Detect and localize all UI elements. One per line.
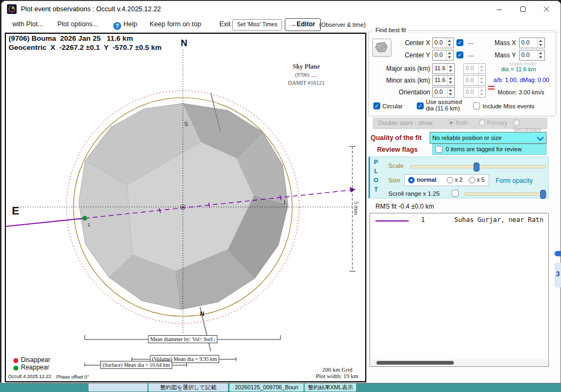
- scale-slider[interactable]: [410, 165, 546, 168]
- double-stars-label: Double stars - show: [378, 120, 433, 126]
- spinner-arrows-icon[interactable]: [446, 38, 453, 48]
- orientation-alt-spinner: 0.0: [463, 87, 486, 98]
- center-x-dashes: ---: [468, 39, 474, 47]
- opacity-slider[interactable]: [464, 193, 547, 196]
- chord-number-right: 1: [283, 199, 286, 205]
- menu-item-plot-options[interactable]: Plot options...: [57, 20, 98, 28]
- window-title: Plot event observations : Occult v.4.202…: [21, 5, 161, 13]
- orientation-label: Orientation: [369, 87, 430, 98]
- orientation-spinner[interactable]: 0.0: [432, 87, 455, 98]
- orientation-value: 0.0: [433, 87, 447, 97]
- major-axis-spinner[interactable]: 11.6: [432, 63, 455, 74]
- close-icon: [544, 6, 550, 12]
- quality-combobox[interactable]: No reliable position or size: [430, 132, 547, 144]
- center-x-spinner[interactable]: 0.0: [432, 38, 454, 48]
- plot-width-label: Plot width: 19 km: [316, 373, 358, 379]
- size-x5-label: x 5: [477, 176, 485, 183]
- spinner-arrows-icon[interactable]: [446, 50, 453, 60]
- primary-label: Primary: [487, 120, 507, 126]
- center-x-checkbox[interactable]: [456, 39, 463, 46]
- scale-label: Scale: [388, 162, 404, 169]
- sky-plane-block: Sky Plane (9706) ..... DAMIT #16121: [276, 63, 337, 87]
- minor-axis-spinner[interactable]: 11.6: [432, 75, 455, 86]
- review-flags-panel: 0 items are tagged for review: [432, 144, 547, 155]
- observation-number: 1: [421, 216, 425, 224]
- observation-observer: Suhas Gurjar, near Ratn: [454, 216, 543, 224]
- plot-canvas[interactable]: S N 1 1: [5, 33, 366, 382]
- use-assumed-checkbox[interactable]: [417, 102, 424, 109]
- mass-y-spinner[interactable]: 0.0: [519, 50, 545, 61]
- minimize-button[interactable]: [488, 1, 511, 17]
- minor-axis-label: Minor axis (km): [369, 75, 430, 86]
- find-best-fit-group: Find best fit Center X 0.0 --- Mass X 0.…: [368, 31, 556, 116]
- chord-color-swatch: [375, 220, 409, 221]
- mass-x-label: Mass X: [488, 38, 516, 48]
- menu-item-with-plot[interactable]: with Plot...: [12, 20, 43, 28]
- plot-letter-o: O: [373, 177, 379, 183]
- horizontal-scrollbar-thumb[interactable]: [377, 361, 454, 365]
- spinner-arrows-icon[interactable]: [447, 64, 454, 73]
- review-flags-checkbox[interactable]: [435, 146, 442, 153]
- background-button-xml[interactable]: 整約結果XML表示: [305, 383, 356, 391]
- double-stars-primary-radio: Primary: [479, 120, 507, 126]
- reappear-point: [83, 216, 87, 220]
- background-filename[interactable]: 20260125_009706_Boun: [230, 383, 304, 391]
- major-axis-label: Major axis (km): [369, 63, 430, 74]
- menu-item-help-label: Help: [123, 20, 137, 28]
- observations-list[interactable]: 1 Suhas Gurjar, near Ratn: [370, 213, 549, 367]
- spinner-arrows-icon: [478, 76, 485, 85]
- chevron-down-icon: [537, 134, 544, 141]
- include-miss-checkbox[interactable]: [473, 102, 480, 109]
- disappear-dot: [13, 358, 18, 363]
- menu-item-help[interactable]: ?Help: [113, 20, 137, 30]
- size-radio-group: normal x 2 x 5: [404, 174, 489, 186]
- plot-letter-l: L: [373, 168, 379, 174]
- size-normal-radio[interactable]: [408, 177, 415, 183]
- scroll-range-checkbox[interactable]: [452, 190, 459, 197]
- size-x5-radio[interactable]: [469, 177, 475, 183]
- center-y-spinner[interactable]: 0.0: [432, 50, 454, 61]
- double-stars-bar: Double stars - show Both Primary Seconda…: [373, 117, 548, 129]
- observer-time-label[interactable]: {Observer & time}: [319, 21, 366, 28]
- quality-value: No reliable position or size: [432, 135, 501, 141]
- chord-number-left: 1: [87, 221, 90, 227]
- scale-slider-thumb[interactable]: [474, 162, 479, 172]
- close-button[interactable]: [535, 1, 558, 17]
- opacity-slider-thumb[interactable]: [540, 190, 546, 199]
- background-button-select-plot[interactable]: 整約図を選択して記載: [149, 383, 228, 391]
- plot-title-line2: Geocentric X -2267.2 ±0.1 Y -570.7 ±0.5 …: [9, 43, 161, 51]
- center-x-label: Center X: [369, 38, 430, 48]
- background-cell: [88, 383, 147, 391]
- form-opacity-label: Form opacity: [496, 177, 533, 184]
- maximize-button[interactable]: [511, 1, 535, 17]
- radio-icon: [513, 120, 520, 126]
- editor-button[interactable]: →Editor: [285, 18, 321, 31]
- maximize-icon: [520, 6, 526, 12]
- mass-y-value: 0.0: [520, 50, 537, 60]
- horizontal-scrollbar[interactable]: [371, 359, 547, 366]
- mass-x-spinner[interactable]: 0.0: [519, 38, 545, 48]
- menu-item-keep-on-top[interactable]: Keep form on top: [150, 20, 201, 28]
- spinner-arrows-icon[interactable]: [537, 38, 544, 48]
- set-miss-times-button[interactable]: Set 'Miss' Times: [232, 19, 282, 31]
- surface-dia-label-box: (Surface) Mean dia = 10.64 km: [100, 361, 172, 369]
- spinner-arrows-icon[interactable]: [447, 76, 454, 85]
- red-equals-icon: [488, 86, 494, 90]
- center-x-value: 0.0: [433, 38, 446, 48]
- size-x2-radio[interactable]: [447, 177, 453, 183]
- sky-plane-title: Sky Plane: [276, 63, 337, 71]
- plot-letter-p: P: [373, 159, 379, 165]
- mass-y-label: Mass Y: [488, 50, 516, 61]
- chord-line-solid: [6, 218, 85, 227]
- mass-x-value: 0.0: [520, 38, 537, 48]
- quality-label: Quality of the fit: [371, 134, 422, 142]
- circular-checkbox[interactable]: [373, 102, 380, 109]
- center-y-checkbox[interactable]: [456, 51, 463, 58]
- spinner-arrows-icon[interactable]: [537, 50, 544, 60]
- pole-n-label: N: [200, 310, 204, 317]
- spinner-arrows-icon[interactable]: [447, 87, 454, 97]
- menu-item-exit[interactable]: Exit: [219, 20, 231, 28]
- major-axis-alt-spinner: 0.0: [463, 63, 486, 74]
- plot-title-line1: (9706) Bouma 2026 Jan 25 11.6 km: [9, 34, 133, 42]
- double-stars-both-radio: Both: [448, 120, 468, 126]
